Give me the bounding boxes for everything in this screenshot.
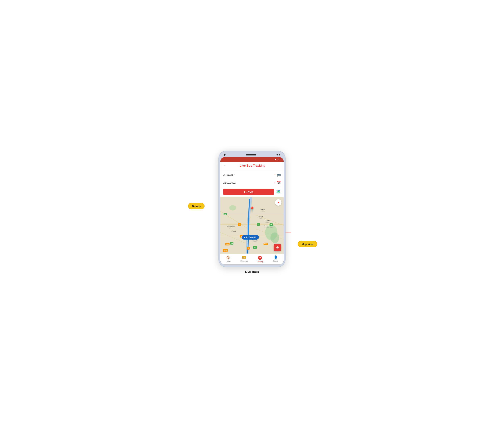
svg-text:16: 16 [258,224,259,226]
date-row: * 📅 [223,181,281,186]
svg-text:మాచేర్ల: మాచేర్ల [252,241,257,242]
date-input[interactable] [223,181,274,184]
map-toggle-icon[interactable]: 🗺️ [276,190,281,194]
phone-speaker [246,154,256,156]
gps-icon: ⊕ [276,245,279,250]
status-bar: ■ ▲ ● [220,157,284,162]
bookings-label: Bookings [241,260,248,262]
profile-label: Profile [273,260,278,262]
bus-icon: 🚌 [277,173,281,177]
svg-text:Chirala: Chirala [265,220,270,221]
travel-time-badge: 4 hr 56 min [242,235,259,240]
svg-text:ఖమ్మం: ఖమ్మం [229,227,233,229]
track-row: TRACK 🗺️ [223,189,281,195]
date-required: * [275,181,275,184]
svg-text:బాపట్ల: బాపట్ల [261,210,265,212]
profile-icon: 👤 [273,255,278,260]
status-icon-triangle: ▲ [277,158,279,160]
svg-text:65: 65 [239,224,240,226]
track-button[interactable]: TRACK [223,189,274,195]
status-icon-square: ■ [275,158,276,160]
details-bubble: Details [188,203,205,209]
navigate-icon: ➤ [277,201,279,204]
bus-number-row: * 🚌 [223,173,281,178]
bookings-icon: 🎫 [242,255,246,260]
tracking-pin-shape [257,255,263,260]
tracking-pin-inner [259,257,261,258]
nav-item-home[interactable]: 🏠 Home [220,255,236,263]
bus-number-required: * [275,174,275,176]
svg-text:3658: 3658 [224,250,227,251]
svg-text:5A: 5A [231,243,233,244]
svg-point-13 [270,232,279,243]
app-header: ← Live Bus Tracking [220,162,284,170]
back-button[interactable]: ← [223,164,226,168]
svg-text:Bapatla: Bapatla [260,208,265,210]
phone-sensors [277,154,280,156]
map-view-bubble: Map view [298,241,317,247]
page-title: Live Bus Tracking [229,164,277,168]
svg-text:గుంటూర్: గుంటూర్ [259,218,262,219]
bottom-nav: 🏠 Home 🎫 Bookings Tracking [220,254,284,264]
tracking-label: Tracking [257,261,263,263]
navigate-button[interactable]: ➤ [275,199,281,206]
phone-sensor-2 [279,154,280,156]
nav-item-tracking[interactable]: Tracking [252,255,268,263]
svg-text:Narasaraopeta: Narasaraopeta [264,225,273,226]
map-area: 16 16 16 65 167 5440 5A 365 [220,197,284,254]
map-view-callout: Map view [298,241,317,247]
page-caption: Live Track [245,270,259,274]
svg-text:Guntur: Guntur [258,216,263,217]
svg-text:Kodad: Kodad [231,230,236,232]
svg-text:నరసరావుపేట: నరసరావుపేట [265,227,273,228]
phone-shell: ■ ▲ ● ← Live Bus Tracking * 🚌 [219,151,285,267]
nav-item-bookings[interactable]: 🎫 Bookings [236,255,252,263]
phone-camera-group [224,154,225,156]
phone-sensor-1 [277,154,278,156]
bus-number-input[interactable] [223,173,274,176]
scene: Details Map view ■ ▲ ● [185,151,319,274]
svg-text:16: 16 [224,213,226,215]
svg-text:చీరాల: చీరాల [266,222,269,223]
svg-point-14 [229,205,236,210]
calendar-icon: 📅 [277,181,281,185]
nav-item-profile[interactable]: 👤 Profile [268,255,284,263]
status-icon-circle: ● [280,158,281,160]
svg-text:5440: 5440 [264,243,267,245]
svg-text:563: 563 [254,247,256,248]
svg-text:Khammam: Khammam [227,225,235,227]
form-area: * 🚌 * 📅 TRACK 🗺️ [220,170,284,197]
bus-location-pin: 📍 [249,206,255,212]
phone-screen: ■ ▲ ● ← Live Bus Tracking * 🚌 [220,157,284,265]
gps-button[interactable]: ⊕ [274,244,281,251]
details-callout: Details [188,203,205,209]
home-icon: 🏠 [226,255,231,260]
phone-top-bar [220,153,284,157]
home-label: Home [226,260,231,262]
svg-text:365: 365 [226,243,229,245]
front-camera [224,154,225,156]
svg-text:⚠: ⚠ [248,247,249,249]
